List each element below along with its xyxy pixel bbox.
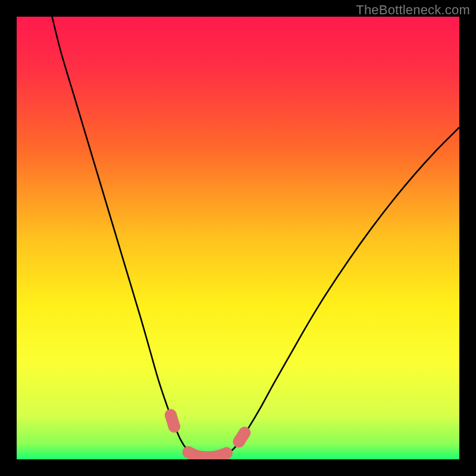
gradient-background (17, 17, 459, 459)
marker-dot (168, 421, 180, 433)
watermark-text: TheBottleneck.com (356, 2, 470, 18)
marker-dot (239, 427, 250, 439)
marker-dot (221, 447, 233, 459)
chart-frame: TheBottleneck.com (0, 0, 476, 476)
plot-area (17, 17, 459, 459)
marker-dot (165, 409, 177, 421)
chart-svg (17, 17, 459, 459)
